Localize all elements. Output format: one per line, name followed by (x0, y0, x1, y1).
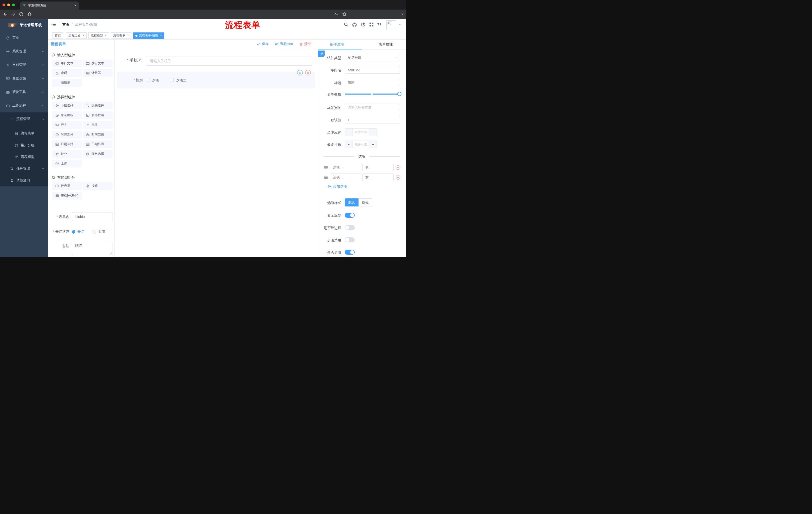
window-zoom-button[interactable] (12, 3, 15, 6)
remove-option-button[interactable] (396, 165, 400, 170)
stepper-input[interactable]: 最多可选 (352, 141, 369, 148)
save-button[interactable]: 保存 (257, 42, 268, 46)
component-color-picker[interactable]: 颜色选择 (83, 150, 113, 158)
sidebar-item-process-model[interactable]: 流程模型 (0, 151, 48, 163)
tag-close-icon[interactable]: ✕ (105, 34, 107, 37)
checkbox-option-2[interactable] (170, 78, 174, 82)
component-button[interactable]: 按钮 (83, 182, 113, 190)
disabled-switch[interactable] (345, 237, 355, 242)
bookmark-star-icon[interactable] (342, 12, 347, 17)
component-textarea[interactable]: 多行文本 (83, 60, 113, 67)
component-slider[interactable]: 滑块 (83, 121, 113, 129)
phone-field-input[interactable]: 请输入手机号 (146, 57, 312, 65)
tag-close-icon[interactable]: ✕ (82, 34, 84, 37)
sidebar-item-workflow[interactable]: 工作流程 (0, 99, 48, 112)
search-icon[interactable] (344, 22, 348, 27)
component-select[interactable]: 下拉选择 (52, 102, 82, 109)
title-input[interactable]: 性别 (345, 79, 400, 86)
component-password[interactable]: 密码 (52, 69, 82, 77)
label-width-input[interactable]: 请输入标签宽度 (345, 104, 400, 111)
stepper-input[interactable]: 至少应选 (352, 129, 369, 136)
status-radio-off[interactable]: 关闭 (92, 229, 105, 234)
component-radio-group[interactable]: 单选框组 (52, 111, 82, 119)
form-remark-textarea[interactable]: 嘿嘿 (72, 242, 113, 255)
sidebar-item-process-mgmt[interactable]: 流程管理 (0, 113, 48, 125)
field-name-input[interactable]: field122 (345, 66, 400, 74)
component-date-range[interactable]: 日期范围 (83, 140, 113, 148)
window-close-button[interactable] (2, 3, 5, 6)
form-name-input[interactable]: biubiu (72, 212, 113, 221)
copy-field-button[interactable] (297, 70, 303, 76)
component-counter[interactable]: 123计数器 (83, 69, 113, 77)
option-label-input[interactable]: 选项二 (330, 173, 361, 181)
status-radio-on[interactable]: 开启 (72, 229, 84, 234)
tab-close-icon[interactable]: ✕ (74, 4, 77, 7)
forward-icon[interactable] (10, 11, 16, 17)
browser-tab[interactable]: 芋道管理系统 ✕ (20, 1, 79, 9)
resize-grip-icon[interactable] (110, 252, 112, 254)
tag-close-icon[interactable]: ✕ (160, 34, 162, 37)
reload-icon[interactable] (19, 11, 24, 17)
tag-process-form[interactable]: 流程表单 ✕ (111, 32, 132, 39)
slider-handle[interactable] (397, 92, 402, 96)
option-value-input[interactable]: 女 (362, 173, 394, 181)
tag-home[interactable]: 首页 (53, 32, 63, 39)
sidebar-item-process-form[interactable]: 流程表单 (0, 128, 48, 139)
required-switch[interactable] (345, 250, 355, 255)
component-rate[interactable]: 评分 (52, 150, 82, 158)
option-label-input[interactable]: 选项一 (330, 164, 361, 171)
remove-option-button[interactable] (396, 175, 400, 180)
component-time-picker[interactable]: 时间选择 (52, 131, 82, 139)
option-value-input[interactable]: 男 (362, 164, 394, 171)
tag-close-icon[interactable]: ✕ (127, 34, 129, 37)
new-tab-button[interactable]: + (82, 2, 84, 7)
clear-button[interactable]: 清空 (299, 42, 311, 46)
component-row-container[interactable]: 行容器 (52, 182, 82, 190)
sidebar-item-system[interactable]: 系统管理 (0, 45, 48, 58)
component-date-picker[interactable]: 日期选择 (52, 140, 82, 148)
home-icon[interactable] (27, 11, 32, 17)
sidebar-item-devtools[interactable]: 研发工具 (0, 85, 48, 99)
component-checkbox-group[interactable]: 多选框组 (83, 111, 113, 119)
back-icon[interactable] (3, 11, 8, 17)
component-single-text[interactable]: 单行文本 (52, 60, 82, 67)
tag-process-definition[interactable]: 流程定义 ✕ (66, 32, 87, 39)
add-option-button[interactable]: 添加选项 (327, 184, 347, 189)
hamburger-icon[interactable] (51, 22, 56, 27)
sidebar-item-home[interactable]: 首页 (0, 31, 48, 45)
component-switch[interactable]: 开关 (52, 121, 82, 129)
tab-component-props[interactable]: 组件属性 (330, 42, 344, 47)
help-icon[interactable] (361, 22, 366, 27)
component-time-range[interactable]: 时间范围 (83, 131, 113, 139)
sidebar-item-user-group[interactable]: 用户分组 (0, 140, 48, 151)
component-type-select[interactable]: 多选框组 (345, 54, 400, 61)
border-switch[interactable] (345, 225, 355, 230)
sidebar-item-task-mgmt[interactable]: 任务管理 (0, 163, 48, 174)
sidebar-item-payment[interactable]: 支付管理 (0, 58, 48, 72)
stepper-plus-button[interactable]: + (369, 141, 377, 148)
breadcrumb-home[interactable]: 首页 (62, 22, 69, 27)
sidebar-item-leave-query[interactable]: 请假查询 (0, 174, 48, 186)
max-select-stepper[interactable]: − 最多可选 + (345, 141, 377, 148)
drag-handle-icon[interactable] (323, 175, 328, 180)
component-table[interactable]: 表格[开发中] (52, 192, 82, 200)
checkbox-option-1[interactable] (146, 78, 149, 82)
sidebar-item-infra[interactable]: 基础设施 (0, 72, 48, 85)
component-cascader[interactable]: 级联选择 (83, 102, 113, 109)
key-icon[interactable] (334, 12, 339, 16)
tab-form-props[interactable]: 表单属性 (379, 42, 393, 47)
stepper-minus-button[interactable]: − (345, 141, 352, 148)
font-size-icon[interactable]: ᴛT (377, 22, 382, 26)
stepper-plus-button[interactable]: + (369, 129, 377, 136)
default-value-input[interactable]: 1 (345, 116, 400, 124)
avatar-caret-icon[interactable] (399, 24, 401, 26)
fullscreen-icon[interactable] (369, 22, 374, 27)
avatar[interactable] (386, 20, 396, 30)
view-json-button[interactable]: 查看json (275, 42, 293, 46)
component-upload[interactable]: 上传 (52, 160, 82, 167)
style-default-button[interactable]: 默认 (345, 198, 358, 207)
drag-handle-icon[interactable] (323, 165, 328, 170)
sidebar-logo[interactable]: 芋道管理系统 (0, 19, 48, 31)
window-minimize-button[interactable] (7, 3, 10, 6)
min-select-stepper[interactable]: − 至少应选 + (345, 128, 377, 136)
